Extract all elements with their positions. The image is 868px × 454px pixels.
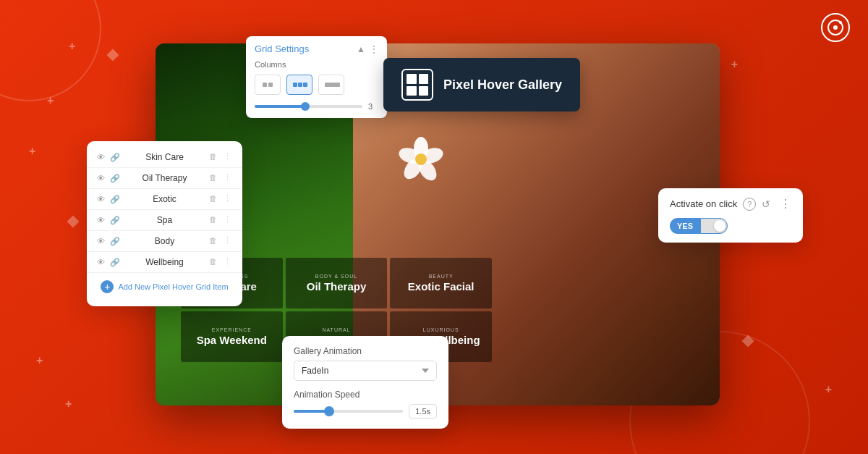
- item-name-spa: Spa: [124, 215, 205, 225]
- eye-icon-body[interactable]: 👁: [95, 236, 106, 246]
- col-4-icon: [325, 83, 339, 87]
- svg-point-2: [839, 21, 842, 24]
- speed-value: 1.5s: [409, 404, 437, 419]
- item-row-exotic: 👁 🔗 Exotic 🗑 ⋮: [87, 189, 242, 210]
- col-3-icon: [293, 83, 307, 87]
- svg-point-1: [833, 25, 838, 30]
- panel-header: Grid Settings ▲ ⋮: [255, 43, 378, 54]
- items-panel: 👁 🔗 Skin Care 🗑 ⋮ 👁 🔗 Oil Therapy 🗑 ⋮ 👁 …: [87, 141, 242, 306]
- eye-icon-skincare[interactable]: 👁: [95, 152, 106, 162]
- activate-undo-icon[interactable]: ↺: [762, 198, 770, 210]
- trash-icon-oiltherapy[interactable]: 🗑: [209, 173, 219, 183]
- toggle-container: YES: [670, 218, 791, 234]
- cell-subtitle-oiltherapy: BODY & SOUL: [315, 274, 357, 279]
- columns-slider-fill: [255, 105, 303, 108]
- toggle-knob: [714, 220, 726, 232]
- add-item-button[interactable]: + Add New Pixel Hover Grid Item: [87, 273, 242, 300]
- item-name-oiltherapy: Oil Therapy: [124, 173, 205, 183]
- dots-icon-oiltherapy[interactable]: ⋮: [224, 173, 234, 183]
- preview-flower: [396, 134, 446, 185]
- item-row-body: 👁 🔗 Body 🗑 ⋮: [87, 231, 242, 252]
- cell-subtitle-bodyproducts: NATURAL: [322, 327, 350, 332]
- speed-row: 1.5s: [294, 404, 437, 419]
- speed-slider-thumb[interactable]: [324, 406, 334, 416]
- link-icon-exotic[interactable]: 🔗: [110, 194, 120, 204]
- col-option-4[interactable]: [318, 75, 344, 95]
- columns-slider-thumb[interactable]: [301, 102, 310, 111]
- item-row-oiltherapy: 👁 🔗 Oil Therapy 🗑 ⋮: [87, 168, 242, 189]
- columns-label: Columns: [255, 60, 378, 69]
- link-icon-body[interactable]: 🔗: [110, 236, 120, 246]
- grid-settings-panel: Grid Settings ▲ ⋮ Columns 3: [246, 36, 387, 118]
- logo-circle: [821, 13, 850, 42]
- link-icon-spa[interactable]: 🔗: [110, 215, 120, 225]
- gallery-label-text: Pixel Hover Gallery: [443, 77, 562, 93]
- link-icon-skincare[interactable]: 🔗: [110, 152, 120, 162]
- gallery-cell-oiltherapy[interactable]: BODY & SOUL Oil Therapy: [286, 258, 388, 308]
- item-row-skincare: 👁 🔗 Skin Care 🗑 ⋮: [87, 147, 242, 168]
- item-row-wellbeing: 👁 🔗 Wellbeing 🗑 ⋮: [87, 252, 242, 273]
- link-icon-wellbeing[interactable]: 🔗: [110, 257, 120, 267]
- cell-title-exotic: Exotic Facial: [408, 280, 475, 293]
- gallery-cell-exotic[interactable]: BEAUTY Exotic Facial: [390, 258, 492, 308]
- columns-slider-row: 3: [255, 102, 378, 111]
- trash-icon-body[interactable]: 🗑: [209, 236, 219, 246]
- item-name-skincare: Skin Care: [124, 152, 205, 162]
- toggle-yes-button[interactable]: YES: [670, 218, 700, 234]
- dots-icon-skincare[interactable]: ⋮: [224, 152, 234, 162]
- eye-icon-wellbeing[interactable]: 👁: [95, 257, 106, 267]
- toggle-switch[interactable]: [700, 218, 728, 234]
- activate-header: Activate on click ? ↺ ⋮: [670, 197, 791, 211]
- columns-slider-track: [255, 105, 362, 108]
- gallery-cell-spa[interactable]: EXPERIENCE Spa Weekend: [181, 311, 283, 362]
- trash-icon-wellbeing[interactable]: 🗑: [209, 257, 219, 267]
- logo[interactable]: [821, 13, 850, 42]
- dots-icon-exotic[interactable]: ⋮: [224, 194, 234, 204]
- activate-help-icon[interactable]: ?: [743, 198, 756, 211]
- eye-icon-oiltherapy[interactable]: 👁: [95, 173, 106, 183]
- trash-icon-exotic[interactable]: 🗑: [209, 194, 219, 204]
- dots-icon-wellbeing[interactable]: ⋮: [224, 257, 234, 267]
- gallery-settings-panel: Gallery Animation FadeIn SlideIn ZoomIn …: [282, 336, 448, 429]
- item-row-spa: 👁 🔗 Spa 🗑 ⋮: [87, 210, 242, 231]
- gallery-label: Pixel Hover Gallery: [383, 58, 580, 112]
- trash-icon-skincare[interactable]: 🗑: [209, 152, 219, 162]
- gallery-icon: [401, 69, 433, 101]
- svg-point-8: [415, 154, 427, 165]
- speed-slider-track: [294, 410, 403, 413]
- more-icon[interactable]: ⋮: [370, 44, 378, 54]
- panel-title: Grid Settings: [255, 43, 309, 54]
- link-icon-oiltherapy[interactable]: 🔗: [110, 173, 120, 183]
- trash-icon-spa[interactable]: 🗑: [209, 215, 219, 225]
- add-circle-icon: +: [101, 280, 114, 293]
- animation-select[interactable]: FadeIn SlideIn ZoomIn None: [294, 361, 437, 381]
- col-option-3[interactable]: [286, 75, 312, 95]
- col-2-icon: [263, 83, 273, 87]
- item-name-wellbeing: Wellbeing: [124, 257, 205, 267]
- item-name-exotic: Exotic: [124, 194, 205, 204]
- dots-icon-spa[interactable]: ⋮: [224, 215, 234, 225]
- activate-more-icon[interactable]: ⋮: [780, 197, 791, 211]
- speed-label: Animation Speed: [294, 390, 437, 400]
- column-options: [255, 75, 378, 95]
- add-item-label: Add New Pixel Hover Grid Item: [118, 282, 228, 291]
- activate-panel: Activate on click ? ↺ ⋮ YES: [658, 188, 803, 243]
- eye-icon-spa[interactable]: 👁: [95, 215, 106, 225]
- speed-slider-fill: [294, 410, 326, 413]
- cell-title-spa: Spa Weekend: [197, 334, 267, 347]
- cell-subtitle-spa: EXPERIENCE: [212, 327, 252, 332]
- columns-slider-value: 3: [368, 102, 378, 111]
- activate-title: Activate on click: [670, 198, 737, 209]
- cell-subtitle-wellbeing: LUXURIOUS: [423, 327, 459, 332]
- eye-icon-exotic[interactable]: 👁: [95, 194, 106, 204]
- col-option-2[interactable]: [255, 75, 281, 95]
- panel-controls: ▲ ⋮: [357, 44, 378, 54]
- cell-subtitle-exotic: BEAUTY: [429, 274, 454, 279]
- chevron-up-icon[interactable]: ▲: [357, 44, 365, 54]
- dots-icon-body[interactable]: ⋮: [224, 236, 234, 246]
- animation-label: Gallery Animation: [294, 346, 437, 356]
- cell-title-oiltherapy: Oil Therapy: [307, 280, 367, 293]
- item-name-body: Body: [124, 236, 205, 246]
